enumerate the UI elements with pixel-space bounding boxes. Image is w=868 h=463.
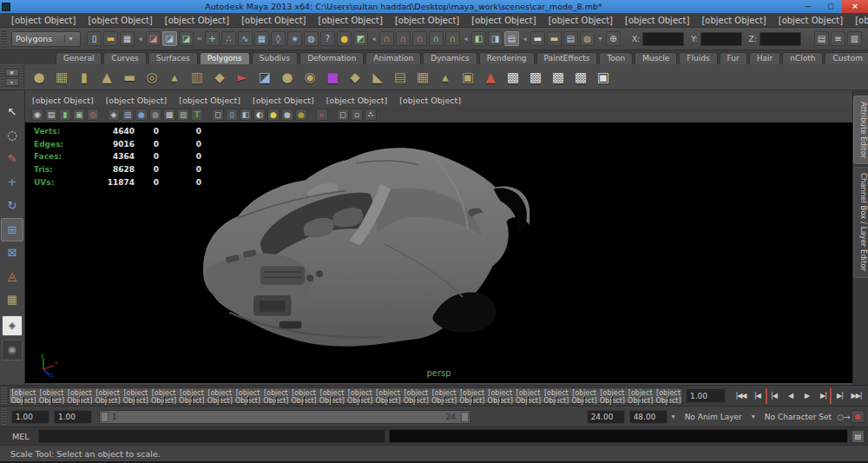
menu-item[interactable]: [object Object] — [695, 13, 772, 28]
script-editor-icon[interactable]: ▤ — [852, 430, 865, 443]
tool-settings-toggle-icon[interactable]: ≡ — [831, 31, 845, 46]
select-curves-icon[interactable]: ∿ — [238, 31, 253, 46]
image-plane-icon[interactable]: ▣ — [73, 109, 85, 121]
timeline-frame[interactable]: [object Object] — [66, 388, 94, 403]
timeline-frame[interactable]: [object Object] — [149, 388, 177, 403]
grease-pencil-icon[interactable]: ◈ — [108, 109, 120, 121]
universal-manipulator-tool[interactable]: ⊠ — [1, 241, 23, 265]
toolbar-grip[interactable] — [1, 387, 7, 404]
animation-end-field[interactable] — [629, 410, 667, 424]
film-gate-icon[interactable]: ▥ — [122, 109, 134, 121]
poly-torus-icon[interactable]: ◎ — [141, 67, 162, 88]
render-settings-icon[interactable]: ▤ — [563, 31, 578, 46]
timeline-frame[interactable]: [object Object] — [570, 388, 598, 403]
construction-history-icon[interactable]: ▤ — [504, 31, 519, 46]
select-dynamics-icon[interactable]: ∗ — [287, 31, 302, 46]
menu-set-dropdown[interactable]: Polygons ▾ — [11, 31, 81, 47]
uv-texture-editor-icon[interactable]: ▣ — [593, 67, 614, 88]
ipr-render-icon[interactable]: ▬ — [547, 31, 562, 46]
combine-icon[interactable]: ▣ — [457, 67, 478, 88]
play-forwards-button[interactable]: ▶ — [799, 388, 815, 404]
maya-app-icon[interactable] — [2, 3, 10, 11]
timeline-frame[interactable]: [object Object] — [402, 388, 430, 403]
attribute-editor-toggle-icon[interactable]: ▤ — [814, 31, 829, 46]
timeline-frame[interactable]: [object Object] — [346, 388, 374, 403]
select-hierarchy-icon[interactable]: ◪ — [146, 31, 161, 46]
toolbar-collapse-icon[interactable]: ◂ — [135, 35, 145, 43]
select-points-icon[interactable]: ∴ — [221, 31, 236, 46]
move-tool[interactable]: + — [1, 171, 23, 195]
timeline-frame[interactable]: [object Object] — [290, 388, 318, 403]
timeline-frame[interactable]: [object Object] — [10, 388, 37, 403]
input-connections-icon[interactable]: ◧ — [471, 31, 486, 46]
timeline-frame[interactable]: [object Object] — [486, 388, 514, 403]
viewport-canvas[interactable]: Verts: 4640 0 0 Edges: 9016 0 0 Faces: 4… — [25, 122, 852, 383]
panel-menu-item[interactable]: [object Object] — [106, 96, 168, 105]
shelf-tab[interactable]: Hair — [749, 52, 780, 64]
menu-item[interactable]: [object Object] — [312, 13, 389, 28]
lasso-tool[interactable]: ◌ — [1, 124, 23, 148]
resolution-gate-icon[interactable]: ▫ — [351, 109, 363, 121]
merge-vertices-icon[interactable]: ▴ — [435, 67, 456, 88]
shelf-tab[interactable]: Animation — [365, 52, 421, 64]
output-connections-icon[interactable]: ◨ — [488, 31, 503, 46]
toolbar-collapse-icon[interactable]: ≡ — [194, 35, 204, 43]
snap-plane-icon[interactable]: ∩ — [429, 31, 444, 46]
wireframe-icon[interactable]: ▩ — [163, 109, 175, 121]
camera-attributes-icon[interactable]: ▤ — [45, 109, 57, 121]
timeline-frame[interactable]: [object Object] — [430, 388, 457, 403]
snap-grid-icon[interactable]: ∩ — [379, 31, 394, 46]
subdiv-proxy-icon[interactable]: ◉ — [299, 67, 320, 88]
timeline-frame[interactable]: [object Object] — [318, 388, 345, 403]
separate-icon[interactable]: ▲ — [480, 67, 501, 88]
panel-menu-item[interactable]: [object Object] — [253, 96, 314, 105]
lights-default-icon[interactable]: ● — [281, 109, 293, 121]
maximize-button[interactable]: ◻ — [819, 0, 842, 13]
scale-tool[interactable]: ⊞ — [1, 218, 23, 241]
toolbar-collapse-icon[interactable]: ◂ — [461, 35, 470, 43]
mel-result-field[interactable] — [389, 429, 848, 443]
poly-cylinder-icon[interactable]: ▮ — [74, 67, 95, 88]
z-coordinate-field[interactable] — [760, 32, 801, 46]
toolbar-collapse-icon[interactable]: ▾ — [595, 35, 605, 43]
minimize-button[interactable]: − — [797, 0, 819, 13]
make-live-icon[interactable]: ∩ — [445, 31, 460, 46]
select-tool[interactable]: ↖ — [1, 101, 23, 124]
uv-automatic-mapping-icon[interactable]: ▩ — [525, 67, 546, 88]
chevron-down-icon[interactable]: ▾ — [747, 413, 760, 420]
snap-curve-icon[interactable]: ∩ — [396, 31, 411, 46]
xray-icon[interactable]: ▯ — [226, 109, 238, 121]
step-forward-frame-button[interactable]: ▶| — [832, 388, 848, 404]
shelf-tab-menu-button[interactable]: ▼ — [5, 69, 19, 76]
open-scene-icon[interactable]: ▬ — [103, 31, 118, 46]
menu-item[interactable]: [object Object] — [5, 13, 82, 28]
viewport-share-icon[interactable]: ∴ — [365, 109, 377, 121]
highlight-selection-icon[interactable]: ◩ — [353, 31, 368, 46]
smooth-icon[interactable]: ● — [277, 67, 298, 88]
low-quality-display-icon[interactable]: ◻ — [337, 109, 349, 121]
menu-item[interactable]: [object Object] — [773, 13, 849, 28]
mel-label[interactable]: MEL — [0, 432, 38, 441]
isolate-select-icon[interactable]: ▹ — [316, 109, 328, 121]
poly-sphere-icon[interactable]: ● — [29, 67, 49, 88]
xray-joints-icon[interactable]: ◧ — [240, 109, 252, 121]
step-forward-key-button[interactable]: ▶| — [815, 388, 832, 404]
tab-attribute-editor[interactable]: Attribute Editor — [853, 96, 868, 164]
shelf-tab[interactable]: Fluids — [679, 52, 717, 64]
character-set-dropdown[interactable]: No Character Set — [760, 410, 837, 424]
range-start-handle[interactable] — [101, 412, 108, 422]
select-object-icon[interactable]: ◪ — [162, 31, 177, 46]
timeline-frame[interactable]: [object Object] — [178, 388, 206, 403]
saved-layouts-button[interactable]: ◉ — [2, 340, 23, 360]
last-tool-used[interactable]: ▦ — [1, 288, 23, 312]
timeline-frame[interactable]: [object Object] — [627, 388, 654, 403]
playback-end-field[interactable] — [587, 410, 625, 424]
tab-channel-box-layer-editor[interactable]: Channel Box / Layer Editor — [853, 167, 868, 277]
shelf-tab[interactable]: General — [56, 52, 102, 64]
menu-item[interactable]: [object Object] — [465, 13, 542, 28]
go-to-start-button[interactable]: |◀◀ — [733, 388, 749, 404]
rotate-tool[interactable]: ↻ — [1, 195, 23, 218]
select-component-icon[interactable]: ◪ — [179, 31, 194, 46]
timeline-frame[interactable]: [object Object] — [542, 388, 570, 403]
multi-cut-icon[interactable]: ▤ — [390, 67, 411, 88]
